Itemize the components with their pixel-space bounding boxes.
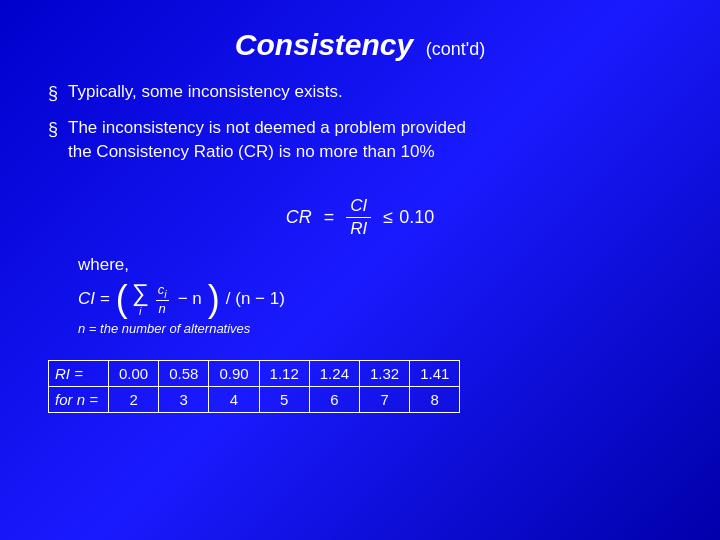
table-row-n: for n = 2 3 4 5 6 7 8 xyxy=(49,386,460,412)
ri-val-3: 1.12 xyxy=(259,360,309,386)
bullet-item-2: § The inconsistency is not deemed a prob… xyxy=(48,116,672,164)
bullet-icon-1: § xyxy=(48,81,58,106)
n-val-0: 2 xyxy=(108,386,158,412)
bullet-icon-2: § xyxy=(48,117,58,142)
ci-minus-n: − n xyxy=(178,289,202,309)
ci-formula-block: CI = ( ∑ i ci n − n ) / (n − 1) xyxy=(78,281,672,317)
cr-equals: = xyxy=(324,207,335,228)
title-consistency: Consistency xyxy=(235,28,413,61)
cr-value: 0.10 xyxy=(399,207,434,228)
ri-row-label: RI = xyxy=(49,360,109,386)
bullet-section: § Typically, some inconsistency exists. … xyxy=(48,80,672,174)
open-paren: ( xyxy=(116,281,128,317)
ci-inner-fraction: ci n xyxy=(156,282,169,316)
ri-val-5: 1.32 xyxy=(359,360,409,386)
ri-val-2: 0.90 xyxy=(209,360,259,386)
n-val-5: 7 xyxy=(359,386,409,412)
cr-leq: ≤ xyxy=(383,207,393,228)
ri-val-4: 1.24 xyxy=(309,360,359,386)
cr-formula: CR = CI RI ≤ 0.10 xyxy=(286,196,434,239)
close-paren: ) xyxy=(208,281,220,317)
ri-val-0: 0.00 xyxy=(108,360,158,386)
n-val-2: 4 xyxy=(209,386,259,412)
sum-subscript: i xyxy=(139,305,141,317)
ci-frac-num: ci xyxy=(156,282,169,301)
ri-table-container: RI = 0.00 0.58 0.90 1.12 1.24 1.32 1.41 … xyxy=(48,352,672,413)
ri-table: RI = 0.00 0.58 0.90 1.12 1.24 1.32 1.41 … xyxy=(48,360,460,413)
n-row-label: for n = xyxy=(49,386,109,412)
n-val-1: 3 xyxy=(159,386,209,412)
where-label: where, xyxy=(78,255,672,275)
sum-block: ∑ i xyxy=(132,281,149,317)
ri-val-1: 0.58 xyxy=(159,360,209,386)
sum-symbol: ∑ xyxy=(132,281,149,305)
bullet-item-1: § Typically, some inconsistency exists. xyxy=(48,80,672,106)
n-val-4: 6 xyxy=(309,386,359,412)
n-definition: n = the number of alternatives xyxy=(78,321,672,336)
bullet-text-1: Typically, some inconsistency exists. xyxy=(68,80,343,104)
slide: Consistency (cont'd) § Typically, some i… xyxy=(0,0,720,540)
where-section: where, CI = ( ∑ i ci n − n ) / (n − 1) n… xyxy=(78,255,672,346)
slide-title: Consistency (cont'd) xyxy=(48,28,672,62)
ci-divisor: / (n − 1) xyxy=(226,289,285,309)
ci-label: CI = xyxy=(78,289,110,309)
bullet-text-2: The inconsistency is not deemed a proble… xyxy=(68,116,466,164)
cr-formula-block: CR = CI RI ≤ 0.10 xyxy=(48,196,672,239)
ri-val-6: 1.41 xyxy=(410,360,460,386)
ci-frac-den: n xyxy=(157,301,168,316)
cr-numerator: CI xyxy=(346,196,371,218)
n-val-6: 8 xyxy=(410,386,460,412)
n-val-3: 5 xyxy=(259,386,309,412)
table-row-ri: RI = 0.00 0.58 0.90 1.12 1.24 1.32 1.41 xyxy=(49,360,460,386)
cr-fraction: CI RI xyxy=(346,196,371,239)
title-contd: (cont'd) xyxy=(426,39,485,59)
cr-denominator: RI xyxy=(346,218,371,239)
cr-label: CR xyxy=(286,207,312,228)
